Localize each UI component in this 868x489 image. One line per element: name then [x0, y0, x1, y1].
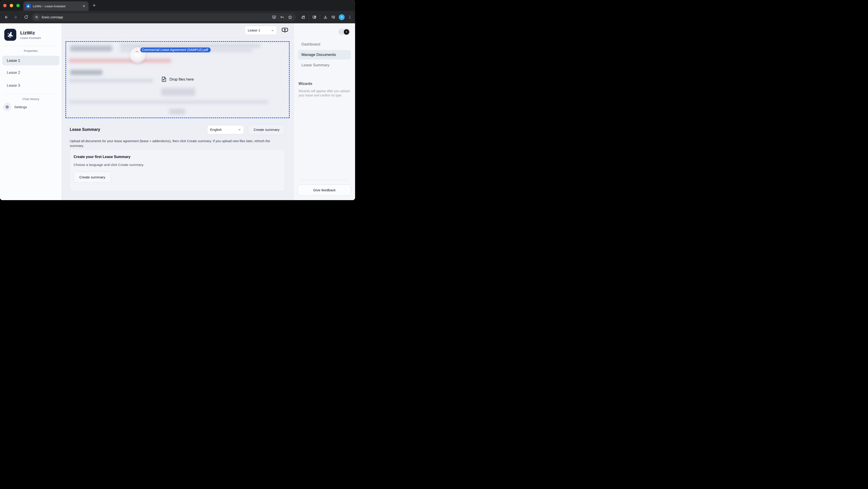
dragged-file-name: Commercial Lease Agreement (SAMPLE).pdf: [140, 47, 211, 53]
blurred-button: [161, 88, 195, 96]
right-nav: Dashboard Manage Documents Lease Summary: [298, 40, 351, 71]
property-select-value: Lease 1: [248, 28, 260, 32]
pdf-file-icon: ➢ PDF: [135, 47, 139, 53]
search-tabs-icon[interactable]: [312, 15, 317, 20]
main-content: Lease 1: [62, 23, 293, 200]
moon-icon: ☾: [340, 30, 343, 34]
card-create-summary-button[interactable]: Create summary: [73, 172, 111, 183]
pdf-ribbon: ➢: [136, 48, 137, 50]
playlist-media-icon[interactable]: [331, 15, 336, 20]
lease-summary-header: Lease Summary English Create summary: [70, 124, 285, 135]
nav-item-manage-documents[interactable]: Manage Documents: [298, 50, 351, 60]
blurred-heading: [70, 45, 112, 52]
add-property-button[interactable]: [281, 27, 289, 34]
properties-label: Properties: [0, 49, 62, 53]
brand-name: LizWiz: [20, 30, 41, 36]
bookmark-star-icon[interactable]: [288, 15, 292, 20]
language-select-value: English: [210, 128, 222, 132]
reload-button[interactable]: [22, 13, 30, 21]
kebab-menu-icon[interactable]: [348, 15, 352, 19]
extensions-icon[interactable]: [301, 15, 306, 20]
brand-tagline: Lease Assistant: [20, 36, 41, 40]
give-feedback-button[interactable]: Give feedback: [298, 185, 351, 196]
urlbar-actions: [272, 15, 292, 20]
chevron-down-icon: [271, 29, 274, 32]
drop-files-cta: Drop files here: [66, 76, 289, 82]
settings-label: Settings: [14, 105, 27, 109]
sidebar-divider: [4, 94, 58, 94]
zoom-window-button[interactable]: [16, 4, 20, 7]
chevron-down-icon: [238, 128, 241, 131]
create-summary-button[interactable]: Create summary: [248, 124, 285, 135]
close-window-button[interactable]: [3, 4, 6, 7]
toolbar-right: [298, 14, 355, 20]
lizwiz-favicon-icon: [26, 4, 31, 8]
lizwiz-logo-icon: [4, 29, 16, 41]
main-header: Lease 1: [62, 23, 293, 38]
browser-titlebar: LizWiz – Lease Assistant ✕ +: [0, 0, 355, 11]
password-key-icon[interactable]: [280, 15, 284, 20]
url-bar[interactable]: lizwiz.com/app: [32, 13, 296, 21]
first-summary-card: Create your first Lease Summary Choose a…: [70, 149, 285, 191]
install-app-icon[interactable]: [272, 15, 276, 20]
pdf-label: PDF: [135, 51, 139, 52]
downloads-icon[interactable]: [323, 15, 328, 20]
theme-toggle-knob[interactable]: ☀: [344, 29, 349, 35]
tab-title: LizWiz – Lease Assistant: [33, 4, 80, 8]
toolbar-divider: [309, 15, 309, 20]
theme-toggle[interactable]: ☾ ☀: [338, 29, 350, 35]
site-settings-icon[interactable]: [33, 14, 40, 21]
blurred-warning-line: [69, 59, 171, 63]
wizards-section: Wizards Wizards will appear after you up…: [299, 82, 350, 98]
card-subtitle: Choose a language and click Create summa…: [73, 163, 281, 167]
wizards-title: Wizards: [299, 82, 350, 86]
lizwiz-app: LizWiz Lease Assistant Properties Lease …: [0, 23, 355, 200]
lease-summary-title: Lease Summary: [70, 127, 207, 132]
left-sidebar: LizWiz Lease Assistant Properties Lease …: [0, 23, 62, 200]
file-dropzone[interactable]: ➢ PDF Commercial Lease Agreement (SAMPLE…: [65, 41, 290, 118]
url-text[interactable]: lizwiz.com/app: [42, 15, 272, 19]
drop-files-text: Drop files here: [169, 77, 194, 82]
language-select[interactable]: English: [207, 125, 244, 134]
blurred-caption: [169, 109, 185, 114]
sun-icon: ☀: [345, 30, 348, 33]
back-button[interactable]: [2, 13, 10, 21]
sidebar-item-lease-2[interactable]: Lease 2: [2, 67, 59, 78]
tab-close-icon[interactable]: ✕: [82, 4, 86, 8]
file-plus-icon: [161, 76, 167, 82]
sidebar-item-lease-1[interactable]: Lease 1: [2, 56, 59, 65]
blurred-subheading: [70, 70, 102, 75]
settings-row[interactable]: ⚙ Settings: [0, 101, 62, 111]
toolbar-divider: [320, 15, 320, 20]
brand: LizWiz Lease Assistant: [0, 23, 62, 41]
gear-icon: ⚙: [3, 103, 11, 111]
card-title: Create your first Lease Summary: [73, 155, 281, 159]
nav-item-dashboard[interactable]: Dashboard: [298, 40, 351, 49]
blurred-text-line: [120, 44, 260, 47]
lease-summary-description: Upload all documents for your lease agre…: [70, 139, 276, 148]
right-sidebar: ☾ ☀ Dashboard Manage Documents Lease Sum…: [294, 23, 355, 200]
nav-item-lease-summary[interactable]: Lease Summary: [298, 60, 351, 70]
new-tab-button[interactable]: +: [91, 2, 97, 9]
forward-button[interactable]: [12, 13, 20, 21]
profile-avatar[interactable]: [339, 14, 345, 20]
blurred-text-line: [69, 100, 268, 103]
browser-toolbar: lizwiz.com/app: [0, 11, 355, 23]
browser-tab[interactable]: LizWiz – Lease Assistant ✕: [23, 1, 89, 11]
minimize-window-button[interactable]: [10, 4, 13, 7]
sidebar-item-lease-3[interactable]: Lease 3: [2, 80, 59, 91]
property-select[interactable]: Lease 1: [245, 26, 277, 35]
dragged-file: ➢ PDF Commercial Lease Agreement (SAMPLE…: [135, 47, 211, 53]
rightbar-divider: [301, 180, 348, 180]
chat-history-label[interactable]: Chat History: [0, 97, 62, 101]
window-controls: [3, 4, 20, 7]
browser-window: LizWiz – Lease Assistant ✕ + lizwiz.com/…: [0, 0, 355, 200]
wizards-description: Wizards will appear after you upload you…: [299, 89, 350, 98]
